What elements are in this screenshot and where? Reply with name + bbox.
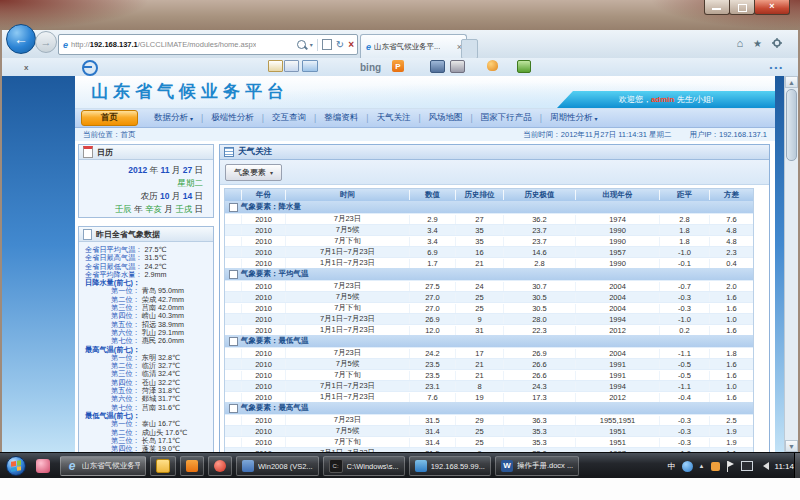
refresh-icon[interactable]: ↻ [336,40,344,50]
table-cell: -0.1 [659,259,709,268]
addon-p-icon[interactable]: P [392,60,404,72]
table-group-row: 气象要素：最高气温 [225,402,753,414]
addon-card-icon[interactable] [268,60,283,72]
taskbar-button-label: C:\Windows\s... [347,462,399,471]
taskbar-apps: e山东省气候业务平...Win2008 (VS2...C:C:\Windows\… [58,453,581,479]
stop-icon[interactable]: × [348,39,354,50]
table-cell: 2010 [241,393,285,402]
addon-camera-icon[interactable] [450,60,465,73]
pinned-app-icon[interactable] [36,459,50,473]
show-desktop-button[interactable] [794,453,800,479]
nav-item-national-products[interactable]: 国家下行产品 [473,112,540,124]
table-cell: 8 [455,382,503,391]
nav-item-periodic-analysis[interactable]: 周期性分析▾ [542,112,606,124]
taskbar-button[interactable] [180,456,204,476]
addon-compass-icon[interactable] [82,60,98,76]
speaker-icon[interactable] [759,462,769,470]
window-controls: × [705,0,790,15]
table-cell: 1月1日~7月23日 [285,392,409,402]
group-checkbox[interactable] [229,270,238,279]
group-checkbox[interactable] [229,203,238,212]
group-checkbox[interactable] [229,337,238,346]
vertical-scrollbar[interactable]: ▲ ▼ [784,76,798,452]
taskbar-button[interactable]: e山东省气候业务平... [60,456,146,476]
action-center-flag-icon[interactable] [726,461,735,472]
start-button[interactable] [6,456,26,476]
nav-item-weather-focus[interactable]: 天气关注 [368,112,418,124]
home-icon[interactable]: ⌂ [736,37,743,49]
taskbar-button[interactable]: Win2008 (VS2... [236,456,319,476]
table-cell: 9 [455,315,503,324]
username: admin [651,95,675,104]
table-cell: 31.4 [409,438,455,447]
maximize-button[interactable] [729,0,755,15]
table-cell: 24 [455,282,503,291]
taskbar-button[interactable]: 192.168.59.99... [409,456,491,476]
tray-app-icon[interactable] [711,462,720,471]
nav-item-wind-map[interactable]: 风场地图 [421,112,471,124]
table-cell: 27 [455,215,503,224]
network-globe-icon[interactable] [682,461,693,472]
precip-rank-list: 第一位：青岛 95.0mm第二位：荣成 42.7mm第三位：莒南 42.0mm第… [85,287,211,345]
scroll-down-arrow[interactable]: ▼ [785,440,798,452]
close-button[interactable]: × [754,0,790,15]
taskbar-button-label: Win2008 (VS2... [258,462,313,471]
gregorian-date: 2012 年 11 月 27 日 [79,164,203,177]
forward-button[interactable]: → [35,31,57,53]
taskbar-button[interactable] [150,456,176,476]
back-button[interactable]: ← [6,24,36,54]
table-cell: 2010 [241,215,285,224]
table-cell: 31.5 [409,416,455,425]
nav-item-interactive-query[interactable]: 交互查询 [264,112,314,124]
favorites-star-icon[interactable]: ★ [753,38,762,49]
panel-close-button[interactable]: x [24,60,28,74]
addon-badge-icon[interactable] [430,60,445,73]
addon-puzzle-icon[interactable] [517,60,531,73]
new-tab-button[interactable] [461,39,478,59]
table-cell: 22.3 [503,326,575,335]
tmin-rank-list: 第一位：泰山 16.7℃第二位：成山头 17.6℃第三位：长岛 17.1℃第四位… [85,420,211,452]
summary-list: 全省日平均气温：27.5℃全省日最高气温：31.5℃全省日最低气温：24.2℃全… [85,246,211,279]
gear-icon[interactable] [772,38,782,48]
table-cell: 7月5候 [285,292,409,302]
bottom-strip [0,478,800,500]
minimize-button[interactable] [704,0,730,15]
chevron-down-icon[interactable]: ▾ [310,41,313,48]
url-text[interactable]: http://192.168.137.1/GLCCLIMATE/modules/… [71,40,256,49]
network-monitor-icon[interactable] [741,461,753,471]
table-cell: 7月23日 [285,348,409,358]
bing-logo[interactable]: bing [360,60,381,74]
mail-icon[interactable] [302,60,318,72]
table-cell: 2010 [241,371,285,380]
table-cell: 36.3 [503,416,575,425]
browser-tab[interactable]: e 山东省气候业务平... × [360,34,467,59]
clock[interactable]: 11:14 [775,462,794,471]
table-cell: 7.6 [709,215,753,224]
overflow-dots[interactable]: ••• [770,60,784,74]
nav-item-home[interactable]: 首页 [81,110,138,126]
addon-card2-icon[interactable] [284,60,299,72]
group-checkbox[interactable] [229,404,238,413]
table-cell: 0.4 [709,259,753,268]
table-row: 20107月1日~7月23日23.1824.31994-1.11.0 [225,380,753,391]
scrollbar-thumb[interactable] [786,89,797,161]
nav-item-compiled-data[interactable]: 整编资料 [316,112,366,124]
element-filter-button[interactable]: 气象要素▾ [225,164,282,181]
nav-item-extremes-analysis[interactable]: 极端性分析 [203,112,262,124]
hidden-icons-arrow[interactable]: ▲ [699,463,705,469]
table-cell: 3.4 [409,226,455,235]
scroll-up-arrow[interactable]: ▲ [785,76,798,88]
compatibility-view-icon[interactable] [322,39,332,50]
nav-item-data-analysis[interactable]: 数据分析▾ [146,112,201,124]
addon-paw-icon[interactable] [487,60,498,71]
cmd-icon: C: [329,459,343,473]
address-bar[interactable]: e http://192.168.137.1/GLCCLIMATE/module… [58,34,358,55]
table-cell: 1990 [575,237,659,246]
calendar-icon [83,146,93,158]
search-icon[interactable] [297,40,306,49]
taskbar-button[interactable] [208,456,232,476]
table-cell: 7月下旬 [285,303,409,313]
ime-indicator[interactable]: 中 [668,461,676,472]
taskbar-button[interactable]: C:C:\Windows\s... [323,456,405,476]
taskbar-button[interactable]: W操作手册.docx ... [495,456,579,476]
